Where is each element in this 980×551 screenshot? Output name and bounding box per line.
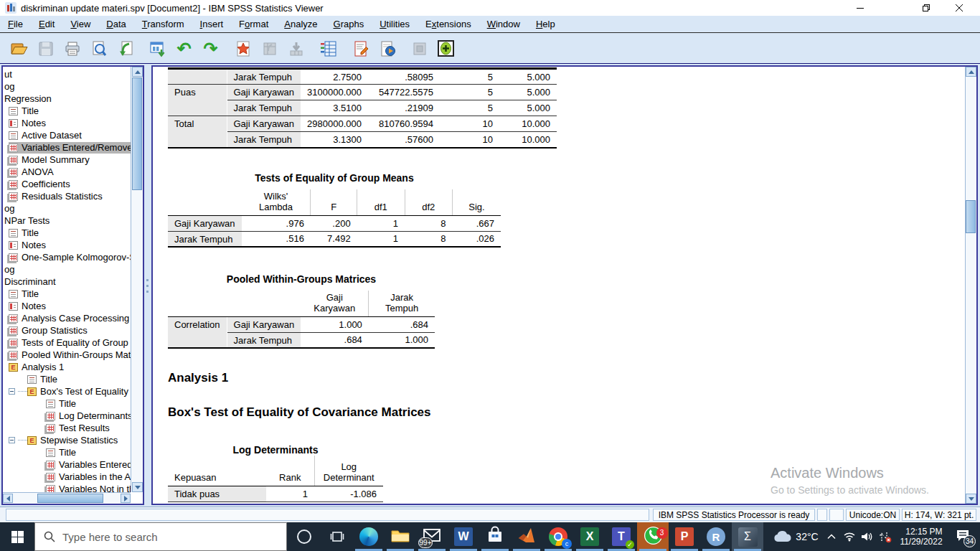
action-center-button[interactable]: 34 — [948, 522, 977, 551]
pooled-matrices-table[interactable]: Gaji KaryawanJarak TempuhCorrelationGaji… — [168, 291, 435, 349]
outline-item-inner[interactable]: Notes — [9, 240, 48, 251]
collapse-expander-icon[interactable] — [9, 388, 15, 395]
outline-item[interactable]: Model Summary — [3, 154, 131, 166]
outline-item-inner[interactable]: Analysis Case Processing Su — [9, 313, 131, 324]
outline-item[interactable]: Tests of Equality of Group Me — [3, 336, 131, 349]
outline-item[interactable]: Discriminant — [3, 276, 131, 288]
weather-tray-item[interactable]: 32°C — [773, 522, 818, 551]
start-button[interactable] — [0, 522, 34, 551]
menu-file[interactable]: File — [0, 19, 31, 29]
outline-item[interactable]: Title — [3, 105, 131, 117]
outline-item[interactable]: Variables Entered/R — [3, 458, 131, 471]
chrome-taskbar-button[interactable]: c — [542, 522, 574, 551]
mail-taskbar-button[interactable]: 99+ — [416, 522, 448, 551]
show-variables-button[interactable] — [315, 36, 341, 61]
outline-item[interactable]: Notes — [3, 117, 131, 129]
outline-item[interactable]: Notes — [3, 300, 131, 312]
outline-item[interactable]: Variables in the Ana — [3, 471, 131, 483]
outline-item-inner[interactable]: Stepwise Statistics — [27, 435, 120, 446]
close-button[interactable] — [943, 0, 976, 16]
outline-item-inner[interactable]: Variables in the Ana — [46, 471, 131, 483]
print-preview-button[interactable] — [85, 36, 112, 61]
teams-taskbar-button[interactable]: T✓ — [606, 522, 637, 551]
outline-item-inner[interactable]: ut — [4, 69, 14, 80]
outline-item[interactable]: Title — [3, 288, 131, 300]
menu-graphs[interactable]: Graphs — [326, 19, 372, 29]
outline-item[interactable]: Log Determinants — [3, 410, 131, 422]
powerpoint-taskbar-button[interactable]: P — [669, 522, 700, 551]
outline-item[interactable]: Title — [3, 397, 131, 410]
outline-item-inner[interactable]: Model Summary — [9, 154, 92, 166]
sync-error-icon[interactable] — [875, 522, 895, 551]
menu-format[interactable]: Format — [231, 19, 276, 29]
menu-data[interactable]: Data — [98, 19, 133, 29]
whatsapp-taskbar-button[interactable]: 3 — [637, 522, 669, 551]
outline-hscroll-thumb[interactable] — [37, 494, 103, 503]
outline-vscrollbar[interactable] — [131, 67, 143, 492]
outline-item-inner[interactable]: Active Dataset — [9, 130, 84, 141]
outline-item-inner[interactable]: Log Determinants — [46, 410, 131, 422]
outline-item[interactable]: og — [3, 263, 131, 276]
outline-item[interactable]: Variables Entered/Removed — [3, 141, 131, 154]
outline-item[interactable]: Test Results — [3, 422, 131, 434]
outline-item[interactable]: Coefficients — [3, 178, 131, 190]
outline-item-inner[interactable]: Test Results — [46, 423, 112, 434]
outline-item-inner[interactable]: Coefficients — [9, 179, 72, 190]
outline-item-inner[interactable]: Title — [46, 398, 78, 410]
volume-icon[interactable] — [858, 522, 875, 551]
menu-edit[interactable]: Edit — [31, 19, 62, 29]
group-statistics-table[interactable]: Jarak Tempuh2.7500.5809555.000PuasGaji K… — [168, 67, 557, 149]
tests-of-equality-table[interactable]: Wilks' LambdaFdf1df2Sig.Gaji Karyawan.97… — [168, 189, 501, 248]
tray-chevron-icon[interactable] — [822, 522, 841, 551]
outline-item[interactable]: Pooled Within-Groups Matric — [3, 349, 131, 361]
edge-taskbar-button[interactable] — [353, 522, 385, 551]
outline-item-inner[interactable]: ANOVA — [9, 166, 56, 178]
open-file-button[interactable] — [6, 36, 32, 61]
outline-item[interactable]: NPar Tests — [3, 215, 131, 227]
excel-taskbar-button[interactable]: X — [574, 522, 606, 551]
outline-hscrollbar[interactable] — [3, 492, 131, 504]
outline-item[interactable]: Box's Test of Equality of C — [3, 385, 131, 397]
menu-window[interactable]: Window — [479, 19, 528, 29]
matlab-taskbar-button[interactable] — [511, 522, 542, 551]
pane-splitter[interactable] — [146, 279, 149, 296]
outline-item-inner[interactable]: Pooled Within-Groups Matric — [9, 349, 131, 361]
taskbar-search-input[interactable]: Type here to search — [34, 522, 287, 551]
outline-item-inner[interactable]: Group Statistics — [9, 325, 90, 336]
outline-item-inner[interactable]: Regression — [4, 93, 54, 105]
restore-button[interactable] — [910, 0, 943, 16]
outline-item[interactable]: Active Dataset — [3, 129, 131, 141]
output-vscroll-thumb[interactable] — [966, 200, 976, 233]
outline-item-inner[interactable]: One-Sample Kolmogorov-Sm — [9, 252, 131, 263]
outline-item-inner[interactable]: Discriminant — [4, 276, 58, 288]
explorer-taskbar-button[interactable] — [385, 522, 416, 551]
undo-button[interactable]: ↶ — [171, 36, 197, 61]
outline-item[interactable]: og — [3, 202, 131, 215]
redo-button[interactable]: ↷ — [197, 36, 224, 61]
goto-case-button[interactable] — [230, 36, 256, 61]
outline-item-inner[interactable]: Title — [9, 288, 41, 300]
output-vscrollbar[interactable] — [965, 67, 976, 504]
outline-item-inner[interactable]: Title — [9, 105, 41, 117]
outline-item[interactable]: Group Statistics — [3, 324, 131, 336]
edit-syntax-button[interactable] — [347, 36, 374, 61]
outline-item-inner[interactable]: Title — [27, 374, 60, 385]
outline-vscroll-thumb[interactable] — [132, 77, 142, 190]
outline-item-inner[interactable]: Box's Test of Equality of C — [27, 386, 131, 397]
minimize-button[interactable] — [844, 0, 877, 16]
outline-item[interactable]: Title — [3, 373, 131, 385]
outline-item[interactable]: Stepwise Statistics — [3, 434, 131, 446]
outline-item-inner[interactable]: Title — [9, 227, 41, 239]
menu-extensions[interactable]: Extensions — [418, 19, 479, 29]
word-taskbar-button[interactable]: W — [448, 522, 479, 551]
show-all-button[interactable] — [433, 36, 459, 61]
outline-item[interactable]: One-Sample Kolmogorov-Sm — [3, 251, 131, 263]
outline-item[interactable]: og — [3, 80, 131, 93]
log-determinants-table[interactable]: KepuasanRankLog DeterminantTidak puas1-1… — [168, 456, 383, 502]
clock-tray-item[interactable]: 12:15 PM 11/29/2022 — [895, 522, 947, 551]
menu-analyze[interactable]: Analyze — [276, 19, 325, 29]
outline-item-inner[interactable]: Notes — [9, 118, 48, 129]
menu-transform[interactable]: Transform — [134, 19, 192, 29]
run-script-button[interactable] — [374, 36, 400, 61]
outline-item[interactable]: ut — [3, 68, 131, 80]
